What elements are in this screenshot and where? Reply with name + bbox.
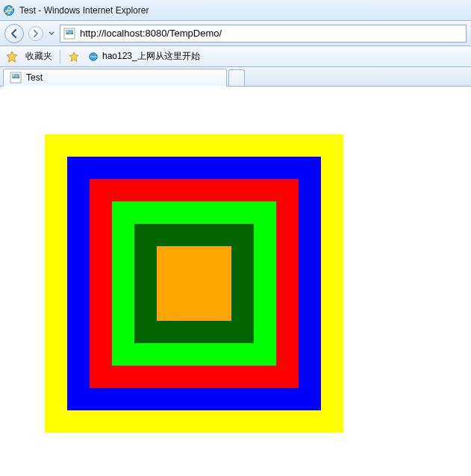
ie-logo-icon — [3, 4, 15, 16]
tab-test[interactable]: Test — [3, 69, 227, 87]
favorites-star-icon[interactable] — [6, 51, 18, 63]
new-tab-button[interactable] — [228, 69, 245, 86]
square-3 — [112, 201, 276, 366]
page-favicon-icon — [63, 28, 75, 40]
nav-history-dropdown[interactable] — [48, 31, 55, 37]
arrow-left-icon — [9, 28, 19, 39]
window-titlebar: Test - Windows Internet Explorer — [0, 0, 471, 21]
page-content — [0, 87, 471, 476]
window-title: Test - Windows Internet Explorer — [19, 5, 149, 16]
page-favicon-icon — [10, 72, 22, 84]
favorites-label: 收藏夹 — [25, 50, 52, 63]
forward-button[interactable] — [28, 26, 43, 41]
chevron-down-icon — [49, 31, 54, 37]
favorites-link-label: hao123_上网从这里开始 — [102, 50, 200, 63]
address-input[interactable] — [78, 26, 463, 41]
back-button[interactable] — [4, 24, 24, 43]
favorites-bar: 收藏夹 hao123_上网从这里开始 — [0, 46, 471, 67]
svg-point-3 — [66, 31, 68, 32]
square-5 — [157, 246, 231, 321]
ie-page-icon — [87, 51, 99, 63]
favorites-link-hao123[interactable]: hao123_上网从这里开始 — [87, 50, 200, 63]
nav-toolbar — [0, 21, 471, 46]
square-2 — [90, 179, 299, 388]
tab-title: Test — [26, 72, 43, 83]
nested-squares — [45, 134, 343, 433]
separator — [60, 50, 60, 63]
favorites-mini-star-icon[interactable] — [68, 51, 80, 63]
square-0 — [45, 134, 343, 433]
address-bar[interactable] — [60, 25, 467, 43]
tab-bar: Test — [0, 67, 471, 87]
square-4 — [134, 224, 254, 343]
svg-point-7 — [13, 75, 14, 76]
square-1 — [67, 157, 321, 410]
arrow-right-icon — [32, 30, 40, 37]
